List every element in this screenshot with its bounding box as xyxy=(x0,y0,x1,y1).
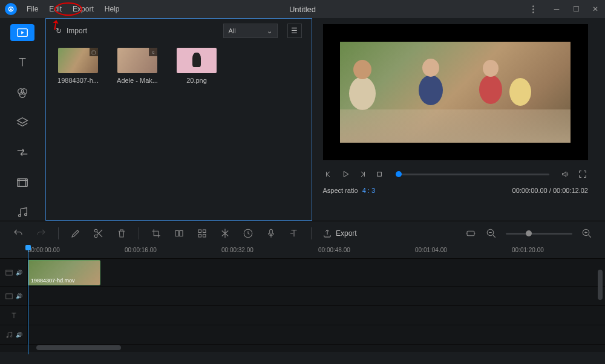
media-item-label: Adele - Mak... xyxy=(117,77,158,84)
thumbnail-image xyxy=(177,48,217,73)
track-head-audio[interactable]: 🔊 xyxy=(0,325,28,344)
maximize-button[interactable]: ☐ xyxy=(571,5,581,13)
tool-text[interactable] xyxy=(10,54,34,71)
ruler-mark: 00:00:16.00 xyxy=(125,247,157,253)
delete-button[interactable] xyxy=(116,227,128,239)
hscroll-thumb[interactable] xyxy=(36,345,121,350)
svg-point-24 xyxy=(10,336,11,337)
svg-point-5 xyxy=(19,215,21,217)
close-button[interactable]: ✕ xyxy=(590,5,600,13)
tracks: 🔊 19884307-hd.mov 🔊 🔊 xyxy=(0,259,605,345)
cut-button[interactable] xyxy=(93,227,105,239)
svg-point-9 xyxy=(94,229,97,232)
redo-button[interactable] xyxy=(35,227,47,239)
zoom-handle[interactable] xyxy=(526,230,532,236)
svg-rect-14 xyxy=(198,235,201,238)
freeze-button[interactable] xyxy=(219,227,231,239)
tool-elements[interactable] xyxy=(10,174,34,191)
media-thumbnails: ▢ 19884307-h... ♫ Adele - Mak... 20.png xyxy=(46,43,312,89)
timeline-hscroll[interactable] xyxy=(0,345,605,352)
tool-transitions[interactable] xyxy=(10,144,34,161)
svg-point-3 xyxy=(19,92,25,97)
more-icon[interactable] xyxy=(532,5,542,13)
svg-point-8 xyxy=(94,235,97,238)
crop-button[interactable] xyxy=(150,227,162,239)
import-label: Import xyxy=(67,27,87,35)
fit-button[interactable] xyxy=(465,227,477,239)
text-track[interactable] xyxy=(0,306,605,325)
playhead[interactable] xyxy=(28,245,28,354)
audio-badge-icon: ♫ xyxy=(149,48,157,56)
play-button[interactable] xyxy=(340,169,351,180)
split-button[interactable] xyxy=(173,227,185,239)
tool-overlays[interactable] xyxy=(10,114,34,131)
video-badge-icon: ▢ xyxy=(90,48,98,56)
track-head-text[interactable] xyxy=(0,306,28,325)
separator xyxy=(139,227,139,239)
svg-rect-12 xyxy=(198,230,201,233)
timecode: 00:00:00.00 / 00:00:12.02 xyxy=(512,187,588,194)
left-toolbar xyxy=(0,18,45,221)
clip-label: 19884307-hd.mov xyxy=(31,278,75,284)
aspect-ratio-value: 4 : 3 xyxy=(362,187,375,194)
document-title: Untitled xyxy=(289,5,316,14)
video-track-2[interactable]: 🔊 xyxy=(0,287,605,306)
zoom-controls xyxy=(465,227,593,239)
filter-selected: All xyxy=(229,27,236,34)
duration-button[interactable] xyxy=(242,227,254,239)
track-head-video2[interactable]: 🔊 xyxy=(0,287,28,305)
media-item[interactable]: ▢ 19884307-h... xyxy=(57,48,99,84)
zoom-out-button[interactable] xyxy=(485,227,497,239)
volume-button[interactable] xyxy=(560,169,571,180)
media-filter-dropdown[interactable]: All ⌄ xyxy=(223,24,278,38)
vscroll-thumb[interactable] xyxy=(598,270,603,300)
preview-video[interactable] xyxy=(323,24,589,160)
zoom-in-button[interactable] xyxy=(581,227,593,239)
ruler-mark: 00:01:04.00 xyxy=(415,247,447,253)
timeline-vscroll[interactable] xyxy=(598,270,603,336)
tool-filters[interactable] xyxy=(10,84,34,101)
titlebar: ⦿ File Edit Export Help Untitled ─ ☐ ✕ xyxy=(0,0,605,18)
chevron-down-icon: ⌄ xyxy=(267,27,272,35)
timeline-clip[interactable]: 19884307-hd.mov xyxy=(28,260,100,285)
menu-help[interactable]: Help xyxy=(100,2,125,16)
audio-track[interactable]: 🔊 xyxy=(0,325,605,345)
stop-button[interactable] xyxy=(374,169,385,180)
fullscreen-button[interactable] xyxy=(577,169,588,180)
svg-rect-18 xyxy=(467,231,474,236)
playback-progress[interactable] xyxy=(396,174,550,175)
text-tool-button[interactable] xyxy=(288,227,300,239)
timeline-ruler[interactable]: 00:00:00.00 00:00:16.00 00:00:32.00 00:0… xyxy=(0,245,605,259)
tool-music[interactable] xyxy=(10,204,34,221)
next-frame-button[interactable] xyxy=(357,169,368,180)
menu-export[interactable]: Export xyxy=(68,2,99,16)
mosaic-button[interactable] xyxy=(196,227,208,239)
voiceover-button[interactable] xyxy=(265,227,277,239)
app-logo: ⦿ xyxy=(5,3,17,15)
timeline-export-button[interactable]: Export xyxy=(322,229,357,238)
view-list-button[interactable]: ☰ xyxy=(287,24,302,38)
separator xyxy=(311,227,312,239)
aspect-ratio: Aspect ratio 4 : 3 xyxy=(323,187,376,194)
tool-media[interactable] xyxy=(10,24,34,41)
minimize-button[interactable]: ─ xyxy=(552,5,561,13)
menu-edit[interactable]: Edit xyxy=(44,2,67,16)
edit-tool-button[interactable] xyxy=(70,227,82,239)
progress-handle[interactable] xyxy=(396,171,402,177)
export-label: Export xyxy=(336,229,357,238)
svg-rect-10 xyxy=(175,231,178,236)
ruler-mark: 00:00:48.00 xyxy=(318,247,350,253)
media-item[interactable]: ♫ Adele - Mak... xyxy=(116,48,159,84)
video-track[interactable]: 🔊 19884307-hd.mov xyxy=(0,259,605,287)
media-item[interactable]: 20.png xyxy=(175,48,218,84)
separator xyxy=(58,227,59,239)
prev-frame-button[interactable] xyxy=(323,169,334,180)
import-icon: ↻ xyxy=(56,27,62,35)
menu-bar: File Edit Export Help xyxy=(22,2,124,16)
track-head-video[interactable]: 🔊 xyxy=(0,259,28,286)
video-frame xyxy=(340,42,571,143)
zoom-slider[interactable] xyxy=(506,233,572,235)
undo-button[interactable] xyxy=(12,227,24,239)
import-button[interactable]: ↻ Import xyxy=(56,27,87,35)
menu-file[interactable]: File xyxy=(22,2,43,16)
